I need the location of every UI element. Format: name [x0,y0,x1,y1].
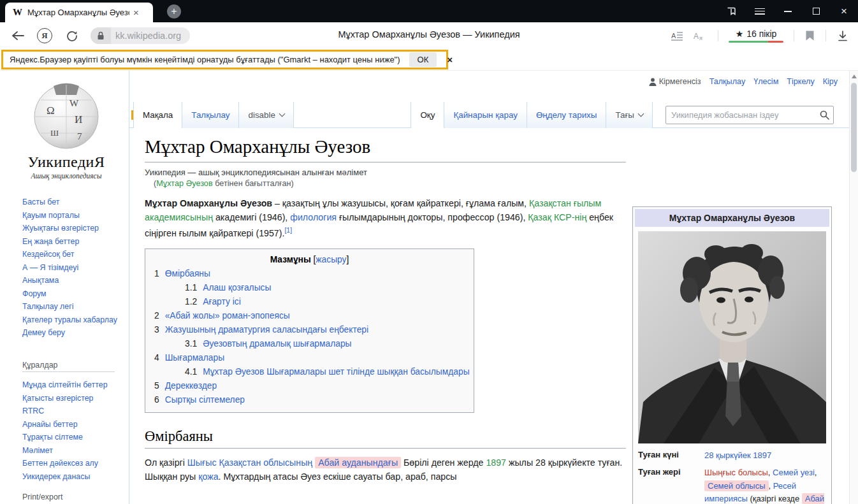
notification-close-icon[interactable]: × [447,55,453,64]
sidebar-link[interactable]: Қатысты өзгерістер [22,392,127,405]
toc-link[interactable]: «Абай жолы» роман-эпопеясы [165,311,290,320]
lock-icon[interactable] [91,27,111,44]
toc-item[interactable]: 3Жазушының драматургия саласындағы еңбек… [154,325,474,335]
text-segment: академигі (1946), [213,212,290,222]
minimize-icon[interactable] [774,0,802,22]
sidebar-link[interactable]: Басты бет [22,196,124,209]
toc-item[interactable]: 1.1Алаш қозғалысы [185,283,474,292]
maximize-icon[interactable] [802,0,830,22]
translate-icon[interactable]: Aя [688,31,711,41]
portrait-photo[interactable] [638,231,826,443]
close-icon[interactable]: × [830,0,858,22]
toc-link[interactable]: Ағарту ісі [203,297,241,306]
sidebar-link[interactable]: RTRC [22,405,127,418]
wikipedia-logo[interactable]: Ω W И 7 Ш УикипедиЯ Ашық энциклопедиясы [23,81,110,180]
back-icon[interactable] [11,31,24,41]
toc-item[interactable]: 1.2Ағарту ісі [185,297,474,306]
personal-link[interactable]: Кіру [823,77,838,86]
address-bar[interactable]: kk.wikipedia.org [91,27,190,44]
toc-number: 3 [154,325,159,335]
sidebar-link[interactable]: Қауым порталы [22,209,124,222]
sidebar-link[interactable]: Форум [22,287,124,301]
toc-link[interactable]: Жазушының драматургия саласындағы еңбект… [165,325,368,335]
wikipedia-page: Ω W И 7 Ш УикипедиЯ Ашық энциклопедиясы … [0,70,858,504]
link[interactable]: Шығыс Қазақстан облысының [187,457,312,468]
tab-close-icon[interactable]: × [133,8,139,17]
sidebar-link[interactable]: Талқылау легі [22,300,124,313]
extension-blocked-notification: Яндекс.Браузер қауіпті болуы мүмкін кеңе… [1,50,448,69]
toc-link[interactable]: Дереккөздер [165,381,217,391]
sidebar-link[interactable]: Қателер туралы хабарлау [22,313,124,327]
tabs-panel-icon[interactable] [718,0,746,22]
scrollbar-thumb[interactable] [851,83,857,172]
toc-link[interactable]: Өмірбаяны [165,269,210,278]
link[interactable]: Мұхтар Әуезов [156,179,212,188]
toc-item[interactable]: 6Сыртқы сілтемелер [154,395,474,405]
toc-link[interactable]: Сыртқы сілтемелер [165,395,245,405]
personal-link[interactable]: Үлесім [753,77,778,86]
sidebar-link[interactable]: Арнайы беттер [22,418,127,431]
sidebar-link[interactable]: Жуықтағы өзгерістер [22,222,124,235]
text-segment: , [815,468,817,477]
scrollbar-up-arrow[interactable] [852,75,857,78]
sidebar-link[interactable]: Анықтама [22,274,124,287]
personal-link[interactable]: Талқылау [709,77,746,86]
tab-more-dropdown[interactable]: Тағы [606,102,653,128]
toc-item[interactable]: 5Дереккөздер [154,381,474,391]
sidebar-link[interactable]: Беттен дәйексөз алу [22,457,127,470]
reader-mode-icon[interactable]: A [666,31,688,41]
divider [794,30,794,41]
page-rating[interactable]: ★ 16 пікір [725,29,787,43]
link[interactable]: [1] [284,226,292,234]
tab-article[interactable]: Мақала [133,102,182,128]
personal-link[interactable]: Тіркелу [787,77,814,86]
toc-item[interactable]: 4.1Мұхтар Әуезов Шығармалары шет тілінде… [185,367,474,377]
ok-button[interactable]: ОК [409,52,437,67]
toc-link[interactable]: Шығармалары [165,353,224,363]
tab-view-source[interactable]: Қайнарын қарау [444,102,527,128]
tab-disable-dropdown[interactable]: disable [238,102,293,128]
infobox-label: Туған жері [638,466,704,504]
sidebar-link[interactable]: Мәлімет [22,444,127,457]
search-icon[interactable] [820,110,829,120]
link[interactable]: Семей уезі [773,468,815,477]
sidebar-link[interactable]: Ең жаңа беттер [22,235,124,248]
sidebar-link[interactable]: А — Я тізімдеуі [22,261,124,275]
link[interactable]: Қазақ КСР-нің [528,212,586,222]
sidebar-link[interactable]: Демеу беру [22,326,124,340]
sidebar-link[interactable]: Тұрақты сілтеме [22,431,127,444]
toc-item[interactable]: 4Шығармалары [154,353,474,363]
bookmark-icon[interactable] [801,31,819,41]
link[interactable]: Семей облысы [704,480,769,491]
search-input[interactable] [671,110,820,120]
sidebar-link[interactable]: Мұнда сілтейтін беттер [22,378,127,392]
scrollbar[interactable] [849,71,858,504]
tab-read[interactable]: Оқу [411,102,444,128]
toolbar-right-icons: A Aя ★ 16 пікір [666,22,858,49]
toc-item[interactable]: 1Өмірбаяны [154,269,474,278]
sidebar-link[interactable]: Кездейсоқ бет [22,248,124,261]
toc-item[interactable]: 2«Абай жолы» роман-эпопеясы [154,311,474,320]
link[interactable]: филология [290,212,337,222]
link[interactable]: Абай ауданындағы [315,457,401,468]
new-tab-button[interactable]: + [167,4,181,18]
link[interactable]: 28 қыркүйек 1897 [704,450,771,460]
download-icon[interactable] [833,31,858,41]
text-segment: – қазақтың ұлы жазушысы, қоғам қайраткер… [272,198,529,208]
menu-icon[interactable] [746,0,774,22]
link[interactable]: жасыру [316,255,346,264]
link[interactable]: Шыңғыс болысы [704,468,768,477]
browser-tab[interactable]: W Мұхтар Омарханұлы Әуезов × [5,3,153,22]
yandex-logo-icon[interactable]: Я [37,28,52,43]
reload-icon[interactable] [66,30,78,41]
toc-item[interactable]: 3.1Әуезовтың драмалық шығармалары [185,339,474,349]
toc-list: 1Өмірбаяны1.1Алаш қозғалысы1.2Ағарту ісі… [145,269,474,405]
tab-talk[interactable]: Талқылау [182,102,238,128]
link[interactable]: 1897 [486,457,506,468]
toc-link[interactable]: Әуезовтың драмалық шығармалары [203,339,351,349]
tab-history[interactable]: Өңделу тарихы [527,102,606,128]
toc-link[interactable]: Алаш қозғалысы [203,283,271,292]
sidebar-link[interactable]: Уикидерек данасы [22,470,127,484]
link[interactable]: қожа [198,472,218,482]
toc-link[interactable]: Мұхтар Әуезов Шығармалары шет тілінде шы… [203,367,469,377]
